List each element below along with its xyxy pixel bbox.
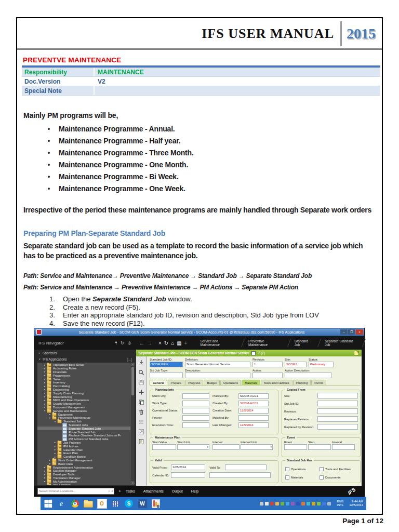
tree-item[interactable]: ►Replenishment Administration [37,466,130,469]
tree-item[interactable]: ▼Preventive Maintenance [37,416,130,420]
field-input[interactable] [317,393,358,398]
outlook-icon[interactable]: O [97,498,107,509]
tree-item[interactable]: ►Sales [37,377,130,381]
ifs-applications-row[interactable]: ▼ IFS Applications [...] [34,356,136,362]
word-icon[interactable]: W [137,498,148,509]
tray-icon[interactable] [291,502,295,506]
tray-icon[interactable] [270,502,274,506]
tray-icon[interactable] [322,502,326,506]
add-tab-icon[interactable]: + [184,340,188,346]
field-input[interactable]: 1 [252,362,283,367]
download-icon[interactable] [138,358,144,365]
tree-item[interactable]: ►Job Program [37,441,130,445]
checkbox-icon[interactable] [285,475,289,480]
shortcuts-row[interactable]: ► Shortcuts [34,350,136,356]
tray-icon[interactable] [265,502,269,506]
forward-icon[interactable]: → [147,340,152,346]
tab-tools-and-facilities[interactable]: Tools and Facilities [261,380,292,385]
list-icon[interactable] [138,418,144,424]
field-input[interactable] [238,415,269,421]
tree-item[interactable]: ►Financials [37,370,130,374]
tree-item[interactable]: ►Info Services [37,483,130,485]
field-input[interactable] [152,444,176,450]
checkbox-icon[interactable] [285,467,289,471]
tree-item[interactable]: Standard Jobs [37,423,130,427]
tray-icon[interactable] [317,502,321,506]
scroll-thumb[interactable] [131,367,134,395]
detail-icon[interactable] [138,428,144,434]
refresh-navigator-icon[interactable]: ↻ [121,341,125,345]
tray-icon[interactable] [327,502,331,506]
checkbox-documents[interactable]: Documents [320,475,357,480]
field-input[interactable] [285,373,331,378]
tab-prepare[interactable]: Prepare [168,380,185,385]
checkbox-tools-and-facilities[interactable]: Tools and Facilities [320,467,357,471]
field-input[interactable]: SCOM1 [285,362,307,367]
field-select[interactable] [241,444,273,450]
tree-item[interactable]: ►Basic Data [37,462,130,466]
field-input[interactable]: 12/5/2014 [238,422,269,428]
new-icon[interactable] [138,388,144,394]
result-checkbox[interactable] [251,351,256,355]
intranet-search-input[interactable]: Select Intranet Locations... ⌕ ▾ [37,488,114,495]
internet-explorer-icon[interactable]: e [56,498,66,509]
tab-permit[interactable]: Permit [311,380,326,385]
flag-icon[interactable] [354,351,359,355]
tray-icon[interactable] [275,502,279,506]
chrome-icon[interactable] [70,498,80,509]
tree-item[interactable]: Replace Obsolete Standard Jobs on Pr [37,434,130,437]
tree-item[interactable]: ►Supply Chain Planning [37,391,130,395]
valid-from-input[interactable]: 12/5/2014 [171,464,205,470]
tray-icon[interactable] [281,502,284,506]
delete-icon[interactable] [138,408,144,414]
close-button[interactable]: × [356,329,363,335]
calendar-desc-input[interactable] [209,472,271,478]
tab-materials[interactable]: Materials [242,380,260,385]
field-input[interactable]: SCOM GEN [150,362,183,367]
field-input[interactable] [212,444,240,450]
tab-general[interactable]: General [150,380,167,385]
field-input[interactable] [150,373,183,378]
tab-planning[interactable]: Planning [293,380,311,385]
tray-icon[interactable] [312,502,315,506]
field-input[interactable] [317,401,358,406]
tree-scrollbar[interactable]: ▲ ▼ [131,363,135,485]
menu-output[interactable]: Output [172,489,183,493]
gear-icon[interactable] [127,341,132,345]
field-input[interactable]: Scom Generator Normal Service [185,362,250,367]
tab-operations[interactable]: Operations [220,380,241,385]
tray-icon[interactable] [260,502,263,506]
back-icon[interactable]: ← [139,340,144,346]
tree-item[interactable]: ►PM Actions [37,444,130,448]
chevron-down-icon[interactable]: ▾ [111,489,113,493]
tab-budget[interactable]: Budget [204,380,219,385]
field-input[interactable] [252,373,283,378]
tray-icon[interactable] [286,502,289,506]
note-icon[interactable] [138,437,144,444]
scroll-up-icon[interactable]: ▲ [131,363,135,366]
tray-icon[interactable] [301,502,305,506]
close-tab-icon[interactable]: × [158,340,162,346]
breadcrumb-item[interactable]: Preventive Maintenance [243,337,289,349]
refresh-icon[interactable]: ↻ [164,340,168,346]
tree-item[interactable]: ►Work Order Management [37,459,130,462]
field-input[interactable] [317,416,358,422]
field-input[interactable] [308,444,331,450]
pin-icon[interactable] [114,341,118,345]
scroll-down-icon[interactable]: ▼ [131,481,135,485]
checkbox-icon[interactable] [320,475,324,480]
tree-item[interactable]: ►Condition Based [37,455,130,459]
lync-icon[interactable] [110,498,121,509]
menu-attachments[interactable]: Attachments [143,489,164,493]
field-input[interactable] [182,393,209,399]
file-explorer-icon[interactable] [83,498,94,509]
checkbox-materials[interactable]: Materials [285,475,320,480]
breadcrumb-item[interactable]: Separate Standard Job [320,337,364,349]
maximize-button[interactable]: ❐ [348,329,355,335]
tree-item[interactable]: ▼Service and Maintenance [37,409,130,413]
expand-icon[interactable]: ► [118,489,122,493]
tree-item[interactable]: ►Event Plan [37,451,130,455]
skype-icon[interactable]: S [124,498,134,509]
save-icon[interactable] [138,378,144,384]
tree-item[interactable]: ►My Administration [37,480,130,483]
